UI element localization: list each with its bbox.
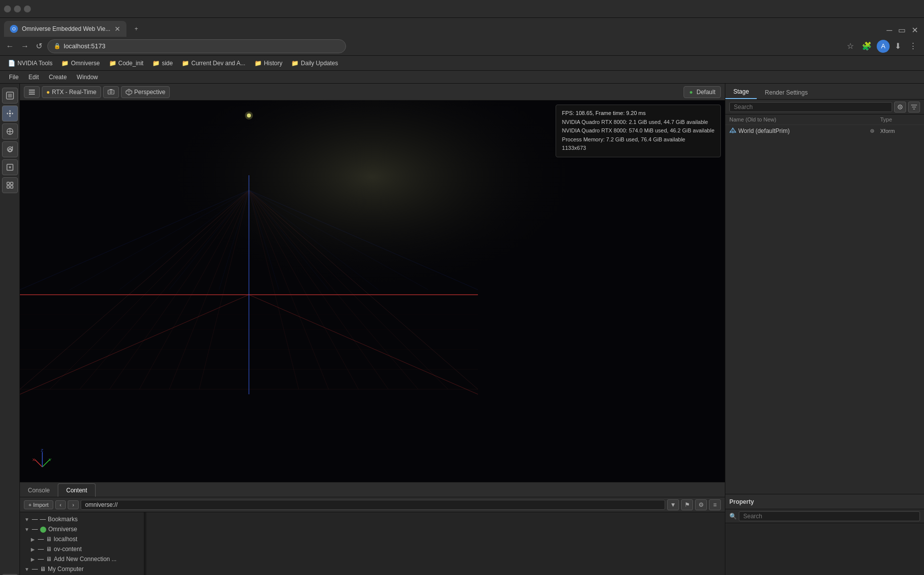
localhost-minus-icon: — [38,536,44,543]
menu-create[interactable]: Create [44,72,72,83]
scale-tool-button[interactable] [2,159,18,175]
svg-rect-8 [7,182,9,185]
mycomp-icon: 🖥 [40,566,46,573]
property-search-input[interactable] [739,511,920,521]
menu-file[interactable]: File [4,72,23,83]
menu-edit[interactable]: Edit [23,72,44,83]
menu-window[interactable]: Window [72,72,103,83]
bookmark-star-button[interactable]: ☆ [844,39,857,53]
omniverse-icon: ⬤ [40,526,46,533]
filter-dropdown-button[interactable]: ▼ [667,499,679,510]
expand-mycomp-button[interactable]: ▼ [24,566,30,572]
active-tab[interactable]: O Omniverse Embedded Web Vie... ✕ [4,21,126,37]
bookmark-history[interactable]: 📁 History [250,58,286,69]
close-window-button[interactable] [4,5,11,12]
address-bar[interactable]: 🔒 localhost:5173 [47,39,346,53]
perspective-label: Perspective [134,89,166,96]
profile-button[interactable]: A [877,40,890,53]
bookmark-code-init[interactable]: 📁 Code_init [105,58,148,69]
list-options-button[interactable]: ≡ [709,499,721,510]
tab-content[interactable]: Content [58,483,96,497]
menu-button[interactable]: ⋮ [906,39,920,53]
move-tool-button[interactable] [2,106,18,121]
import-button[interactable]: + Import [24,500,53,509]
stage-item-world[interactable]: World (defaultPrim) Xform [725,125,924,137]
browser-actions: ☆ 🧩 A ⬇ ⋮ [844,39,920,53]
navigation-bar: ← → ↺ 🔒 localhost:5173 ☆ 🧩 A ⬇ ⋮ [0,37,924,56]
minimize-window-button[interactable] [14,5,21,12]
tree-item-label: My Computer [48,566,84,573]
bookmark-omniverse[interactable]: 📁 Omniverse [57,58,104,69]
app-body: ● RTX - Real-Time Perspective ● Default [0,84,924,575]
default-badge: ● Default [684,86,721,98]
property-content-area [725,523,924,575]
path-bar[interactable]: omniverse:// [81,500,665,510]
bottom-panel: Console Content + Import ‹ › omniverse:/… [20,482,725,575]
filter-button[interactable]: ⚙ [695,499,707,510]
rtx-label: RTX - Real-Time [52,89,96,96]
filter-options-button[interactable] [908,102,920,113]
tree-item-label: Omniverse [48,526,77,533]
bookmark-current-dev[interactable]: 📁 Current Dev and A... [178,58,249,69]
world-item-type: Xform [880,128,920,134]
rotate-tool-button[interactable] [2,141,18,157]
tree-item-localhost[interactable]: ▶ — 🖥 localhost [20,534,144,544]
back-button[interactable]: ← [4,40,16,53]
tree-item-bookmarks[interactable]: ▼ — — Bookmarks [20,514,144,524]
app-menubar: File Edit Create Window [0,71,924,84]
expand-localhost-button[interactable]: ▶ [30,536,36,542]
select-tool-button[interactable] [2,88,18,104]
tree-item-add-connection[interactable]: ▶ — 🖥 Add New Connection ... [20,554,144,564]
tab-stage[interactable]: Stage [725,85,757,99]
rtx-mode-button[interactable]: ● RTX - Real-Time [42,86,101,98]
close-btn[interactable]: ✕ [910,23,920,37]
new-tab-button[interactable]: + [128,21,144,37]
right-panel: Stage Render Settings Name (Old to New) … [725,84,924,575]
svg-rect-11 [10,186,13,188]
bookmark-nvidia-tools[interactable]: 📄 NVIDIA Tools [4,58,56,69]
process-mem-stat: Process Memory: 7.2 GiB used, 76.4 GiB a… [562,135,714,144]
stage-search-input[interactable] [729,102,892,112]
tab-close-button[interactable]: ✕ [115,25,120,33]
expand-omniverse-button[interactable]: ▼ [24,526,30,532]
tab-console[interactable]: Console [20,484,58,497]
file-content-area [146,512,725,575]
world-item-visibility[interactable] [868,127,876,135]
viewport-3d[interactable]: FPS: 108.65, Frame time: 9.20 ms NVIDIA … [20,101,725,482]
expand-bookmarks-button[interactable]: ▼ [24,516,30,522]
visibility-filter-button[interactable] [894,102,906,113]
perspective-button[interactable]: Perspective [121,86,170,98]
restore-btn[interactable]: ▭ [896,23,908,37]
expand-ovcontent-button[interactable]: ▶ [30,546,36,552]
minimize-btn[interactable]: ─ [885,24,894,37]
bookmark-label: side [162,60,173,67]
nav-forward-button[interactable]: › [68,500,79,509]
camera-settings-button[interactable] [103,86,119,98]
main-content: ● RTX - Real-Time Perspective ● Default [20,84,725,575]
bookmark-side[interactable]: 📁 side [148,58,177,69]
ovcontent-minus-icon: — [38,546,44,553]
browser-tabs: O Omniverse Embedded Web Vie... ✕ + ─ ▭ … [0,18,924,37]
type-column-header: Type [880,116,920,122]
tree-item-omniverse[interactable]: ▼ — ⬤ Omniverse [20,524,144,534]
extensions-button[interactable]: 🧩 [859,39,875,53]
forward-button[interactable]: → [19,40,31,53]
multi-tool-button[interactable] [2,123,18,139]
tab-render-settings[interactable]: Render Settings [757,86,815,99]
nav-back-button[interactable]: ‹ [55,500,66,509]
hamburger-menu-button[interactable] [24,86,40,98]
snap-tool-button[interactable] [2,177,18,193]
stage-panel: Stage Render Settings Name (Old to New) … [725,84,924,494]
expand-addconn-button[interactable]: ▶ [30,556,36,562]
maximize-window-button[interactable] [24,5,31,12]
bookmark-button[interactable]: ⚑ [681,499,693,510]
rtx-icon: ● [46,89,50,96]
reload-button[interactable]: ↺ [34,39,44,53]
tree-item-ov-content[interactable]: ▶ — 🖥 ov-content [20,544,144,554]
bookmark-daily-updates[interactable]: 📁 Daily Updates [287,58,342,69]
svg-rect-56 [20,101,725,482]
browser-titlebar [0,0,924,18]
tab-favicon: O [10,25,18,33]
tree-item-my-computer[interactable]: ▼ — 🖥 My Computer [20,564,144,574]
download-button[interactable]: ⬇ [892,39,904,53]
